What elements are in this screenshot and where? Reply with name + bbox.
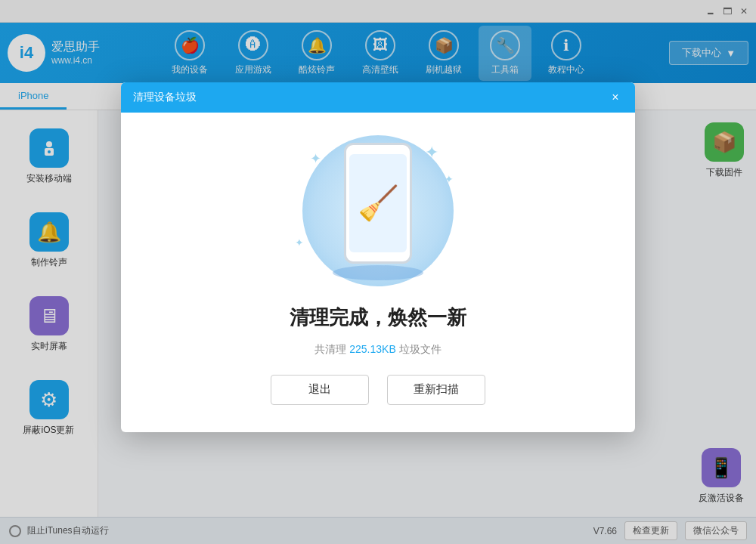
broom-icon: 🧹	[358, 184, 399, 223]
modal-title: 清理设备垃圾	[133, 91, 197, 104]
modal-body: ✦ ✦ ✦ ✦ 🧹 清理完成，焕然一新 共清理 225.13KB 垃圾文件 退出	[121, 113, 635, 432]
rescan-button[interactable]: 重新扫描	[387, 375, 485, 405]
exit-button[interactable]: 退出	[271, 375, 369, 405]
cleaned-size: 225.13KB	[349, 343, 396, 355]
phone-illustration: ✦ ✦ ✦ ✦ 🧹	[287, 135, 469, 286]
modal-header: 清理设备垃圾 ×	[121, 82, 635, 113]
phone-shadow	[333, 265, 423, 280]
sparkle-1: ✦	[310, 150, 321, 167]
modal-buttons: 退出 重新扫描	[271, 375, 485, 405]
modal-close-button[interactable]: ×	[608, 90, 623, 105]
phone-screen: 🧹	[349, 154, 407, 252]
completion-subtitle: 共清理 225.13KB 垃圾文件	[314, 343, 441, 357]
sparkle-2: ✦	[425, 143, 438, 162]
completion-title: 清理完成，焕然一新	[290, 304, 466, 331]
phone-device: 🧹	[344, 143, 412, 264]
sparkle-3: ✦	[445, 173, 454, 185]
modal-overlay: 清理设备垃圾 × ✦ ✦ ✦ ✦ 🧹 清理完成，焕然一新 共清理	[0, 0, 756, 544]
sparkle-4: ✦	[295, 236, 304, 249]
clean-device-modal: 清理设备垃圾 × ✦ ✦ ✦ ✦ 🧹 清理完成，焕然一新 共清理	[121, 82, 635, 432]
